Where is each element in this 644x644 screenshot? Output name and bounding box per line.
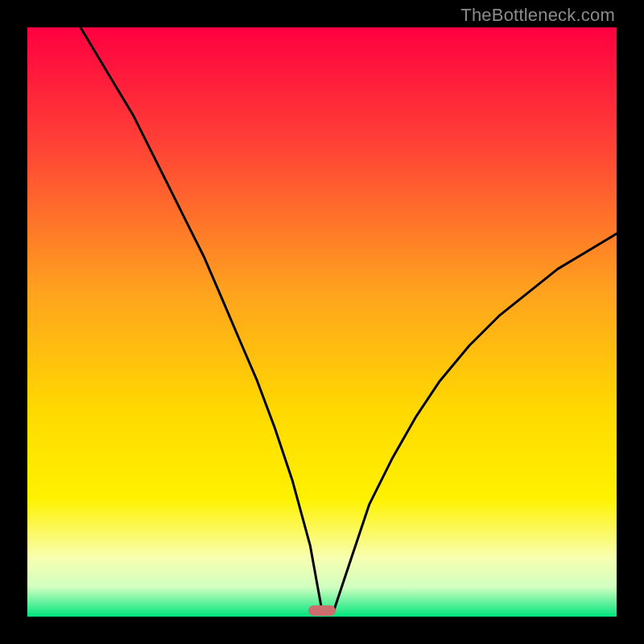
optimum-marker (308, 605, 336, 616)
watermark-text: TheBottleneck.com (460, 5, 615, 26)
chart-frame: TheBottleneck.com (0, 0, 644, 644)
plot-area (27, 27, 617, 617)
bottleneck-curve (27, 27, 617, 617)
